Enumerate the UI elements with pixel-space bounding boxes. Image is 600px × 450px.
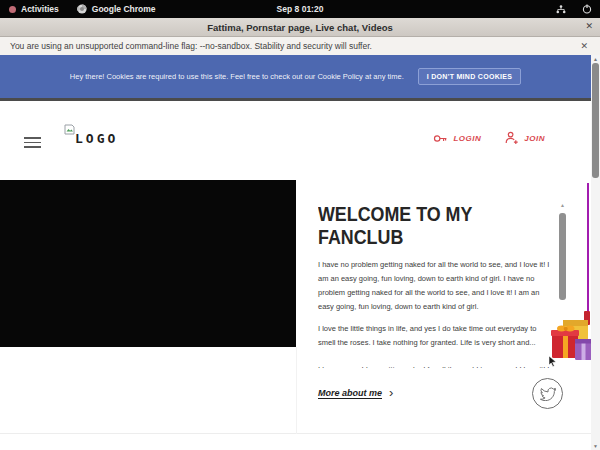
twitter-bird-icon [539,386,556,401]
network-icon[interactable] [548,5,574,14]
hero-section: WELCOME TO MY FANCLUB I have no problem … [0,180,600,434]
activities-label: Activities [21,4,59,14]
site-header: LOGO LOGIN JOIN [0,101,591,180]
profile-media-player[interactable] [0,180,296,347]
screen: Activities Google Chrome Sep 8 01:20 [0,0,600,450]
key-icon [433,132,448,145]
cookie-message: Hey there! Cookies are required to use t… [70,72,404,81]
welcome-heading: WELCOME TO MY FANCLUB [318,202,497,248]
cookie-banner: Hey there! Cookies are required to use t… [0,55,591,98]
infobar-message: You are using an unsupported command-lin… [10,41,372,51]
column-divider [296,347,297,434]
clock[interactable]: Sep 8 01:20 [277,4,324,14]
chrome-icon [77,4,87,14]
join-label: JOIN [524,134,545,143]
twitter-button[interactable] [532,378,563,409]
bio-paragraph: I love the little things in life, and ye… [318,322,554,350]
more-about-me-label: More about me [318,388,382,398]
login-label: LOGIN [453,134,481,143]
site-logo[interactable]: LOGO [64,124,118,146]
logo-text: LOGO [75,131,118,146]
gift-ribbon-line [587,183,589,313]
broken-image-icon [64,124,75,135]
desktop-top-bar: Activities Google Chrome Sep 8 01:20 [0,0,600,18]
chevron-right-icon: › [389,388,393,398]
bio-panel: WELCOME TO MY FANCLUB I have no problem … [318,202,554,398]
page-content: Hey there! Cookies are required to use t… [0,55,600,450]
window-title-bar: Fattima, Pornstar page, Live chat, Video… [0,18,600,37]
bio-paragraph: I have no problem getting naked for all … [318,258,554,314]
chrome-infobar: You are using an unsupported command-lin… [0,37,600,55]
infobar-close-button[interactable]: ✕ [580,41,588,51]
app-menu-label: Google Chrome [92,4,156,14]
browser-scrollbar-thumb[interactable] [592,63,599,178]
person-plus-icon [505,131,519,145]
bio-scrollbar-thumb[interactable] [559,213,566,300]
more-about-me-link[interactable]: More about me › [318,388,554,398]
window-title: Fattima, Pornstar page, Live chat, Video… [207,22,393,33]
window-close-button[interactable]: ✕ [585,21,593,31]
power-icon[interactable] [574,4,600,14]
scroll-down-icon[interactable]: ▼ [591,443,600,449]
bio-scroll-up-icon[interactable]: ▲ [558,202,567,208]
mouse-cursor [548,356,557,367]
join-button[interactable]: JOIN [505,131,545,145]
menu-hamburger-icon[interactable] [24,137,41,151]
cookie-accept-button[interactable]: I DON'T MIND COOKIES [418,68,521,85]
bio-paragraph-clipped: I have no problem getting naked for all … [318,363,554,368]
recording-indicator-icon [9,6,16,13]
app-menu-chrome[interactable]: Google Chrome [68,0,165,18]
scroll-up-icon[interactable]: ▲ [591,56,600,62]
browser-scrollbar: ▲ ▼ [591,55,600,450]
bio-scrollbar: ▲ [558,202,567,302]
activities-button[interactable]: Activities [0,0,68,18]
login-button[interactable]: LOGIN [433,132,481,145]
